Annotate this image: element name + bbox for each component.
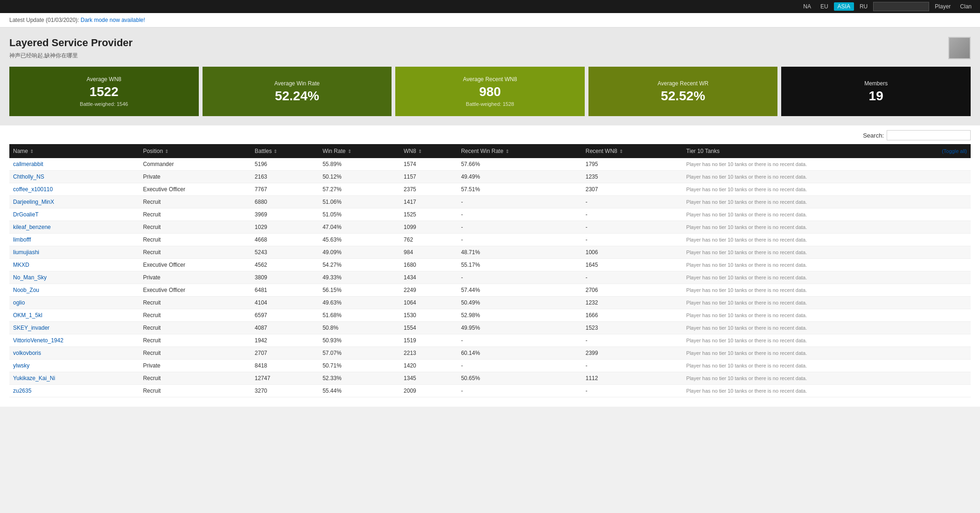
- col-header-battles[interactable]: Battles⇕: [251, 144, 319, 158]
- player-name-cell: Noob_Zou: [9, 284, 139, 297]
- sort-icon-win_rate: ⇕: [348, 149, 351, 154]
- sort-icon-battles: ⇕: [273, 149, 277, 154]
- position-cell: Recruit: [139, 246, 251, 259]
- wn8-cell: 1554: [400, 322, 457, 334]
- battles-cell: 8418: [251, 360, 319, 372]
- stat-card: Average WN81522Battle-weighed: 1546: [9, 67, 199, 116]
- recent-winrate-cell: 52.98%: [457, 309, 582, 322]
- nav-player-link[interactable]: Player: [931, 2, 954, 11]
- recent-winrate-cell: 49.49%: [457, 171, 582, 183]
- wn8-cell: 1680: [400, 259, 457, 271]
- nav-region-eu[interactable]: EU: [817, 2, 832, 11]
- recent-winrate-cell: -: [457, 334, 582, 347]
- recent-winrate-cell: 50.49%: [457, 297, 582, 309]
- winrate-cell: 45.63%: [319, 234, 400, 246]
- col-header-name[interactable]: Name⇕: [9, 144, 139, 158]
- recent-winrate-cell: 48.71%: [457, 246, 582, 259]
- player-name-cell: SKEY_invader: [9, 322, 139, 334]
- wn8-cell: 1064: [400, 297, 457, 309]
- player-name-link[interactable]: VittorioVeneto_1942: [13, 337, 63, 344]
- player-name-link[interactable]: Noob_Zou: [13, 287, 39, 293]
- battles-cell: 6481: [251, 284, 319, 297]
- top-search-input[interactable]: [873, 2, 929, 11]
- col-header-recent_wn8[interactable]: Recent WN8⇕: [582, 144, 683, 158]
- recent-wn8-cell: 2307: [582, 183, 683, 196]
- recent-winrate-cell: -: [457, 221, 582, 234]
- player-name-link[interactable]: volkovboris: [13, 350, 41, 356]
- battles-cell: 4104: [251, 297, 319, 309]
- table-body: callmerabbitCommander519655.89%157457.66…: [9, 158, 971, 397]
- col-header-position[interactable]: Position⇕: [139, 144, 251, 158]
- player-name-link[interactable]: callmerabbit: [13, 161, 43, 167]
- player-name-link[interactable]: limbofff: [13, 236, 31, 243]
- sort-icon-position: ⇕: [165, 149, 168, 154]
- player-name-link[interactable]: ylwsky: [13, 362, 29, 369]
- wn8-cell: 2213: [400, 347, 457, 360]
- card-label: Members: [864, 80, 888, 87]
- winrate-cell: 57.07%: [319, 347, 400, 360]
- player-name-cell: volkovboris: [9, 347, 139, 360]
- table-row: MKXDExecutive Officer456254.27%168055.17…: [9, 259, 971, 271]
- player-name-link[interactable]: DrGoalieT: [13, 211, 39, 218]
- position-cell: Commander: [139, 158, 251, 171]
- recent-winrate-cell: 55.17%: [457, 259, 582, 271]
- toggle-all-button[interactable]: (Toggle all): [942, 148, 967, 154]
- player-name-link[interactable]: MKXD: [13, 262, 29, 268]
- player-name-link[interactable]: No_Man_Sky: [13, 274, 47, 281]
- player-name-link[interactable]: oglio: [13, 299, 25, 306]
- table-row: callmerabbitCommander519655.89%157457.66…: [9, 158, 971, 171]
- winrate-cell: 50.8%: [319, 322, 400, 334]
- battles-cell: 2163: [251, 171, 319, 183]
- table-search-input[interactable]: [887, 130, 971, 140]
- table-row: SKEY_invaderRecruit408750.8%155449.95%15…: [9, 322, 971, 334]
- update-link[interactable]: Dark mode now available!: [81, 17, 145, 23]
- player-name-cell: coffee_x100110: [9, 183, 139, 196]
- player-name-link[interactable]: zu2635: [13, 388, 31, 394]
- clan-name: Layered Service Provider: [9, 37, 133, 49]
- player-name-link[interactable]: coffee_x100110: [13, 186, 53, 193]
- recent-wn8-cell: -: [582, 385, 683, 397]
- tier10-cell: Player has no tier 10 tanks or there is …: [683, 322, 971, 334]
- wn8-cell: 2375: [400, 183, 457, 196]
- recent-winrate-cell: 57.44%: [457, 284, 582, 297]
- nav-region-ru[interactable]: RU: [856, 2, 871, 11]
- winrate-cell: 56.15%: [319, 284, 400, 297]
- data-table: Name⇕Position⇕Battles⇕Win Rate⇕WN8⇕Recen…: [9, 144, 971, 397]
- player-name-link[interactable]: OKM_1_5kl: [13, 312, 42, 319]
- player-name-link[interactable]: Yukikaze_Kai_Ni: [13, 375, 55, 381]
- position-cell: Recruit: [139, 372, 251, 385]
- nav-region-na[interactable]: NA: [799, 2, 815, 11]
- stats-row: Average WN81522Battle-weighed: 1546Avera…: [0, 67, 980, 125]
- table-header: Name⇕Position⇕Battles⇕Win Rate⇕WN8⇕Recen…: [9, 144, 971, 158]
- player-name-link[interactable]: Darjeeling_MinX: [13, 199, 54, 205]
- position-cell: Executive Officer: [139, 259, 251, 271]
- col-header-wn8[interactable]: WN8⇕: [400, 144, 457, 158]
- battles-cell: 4087: [251, 322, 319, 334]
- player-name-cell: ylwsky: [9, 360, 139, 372]
- card-label: Average Win Rate: [274, 80, 320, 87]
- player-name-link[interactable]: liumujiashi: [13, 249, 39, 256]
- tier10-cell: Player has no tier 10 tanks or there is …: [683, 221, 971, 234]
- battles-cell: 5196: [251, 158, 319, 171]
- position-cell: Recruit: [139, 309, 251, 322]
- nav-region-asia[interactable]: ASIA: [834, 2, 854, 11]
- recent-wn8-cell: 1112: [582, 372, 683, 385]
- recent-wn8-cell: 1232: [582, 297, 683, 309]
- player-name-link[interactable]: SKEY_invader: [13, 325, 49, 331]
- tier10-cell: Player has no tier 10 tanks or there is …: [683, 284, 971, 297]
- col-header-win_rate[interactable]: Win Rate⇕: [319, 144, 400, 158]
- nav-clan-link[interactable]: Clan: [956, 2, 975, 11]
- recent-winrate-cell: 60.14%: [457, 347, 582, 360]
- winrate-cell: 49.33%: [319, 271, 400, 284]
- winrate-cell: 49.63%: [319, 297, 400, 309]
- sort-icon-name: ⇕: [30, 149, 34, 154]
- top-navigation: NA EU ASIA RU Player Clan: [0, 0, 980, 13]
- position-cell: Recruit: [139, 385, 251, 397]
- col-header-recent_win_rate[interactable]: Recent Win Rate⇕: [457, 144, 582, 158]
- battles-cell: 6880: [251, 196, 319, 208]
- player-name-link[interactable]: kileaf_benzene: [13, 224, 51, 230]
- table-row: OKM_1_5klRecruit659751.68%153052.98%1666…: [9, 309, 971, 322]
- winrate-cell: 52.33%: [319, 372, 400, 385]
- player-name-link[interactable]: Chtholly_NS: [13, 173, 44, 180]
- winrate-cell: 57.27%: [319, 183, 400, 196]
